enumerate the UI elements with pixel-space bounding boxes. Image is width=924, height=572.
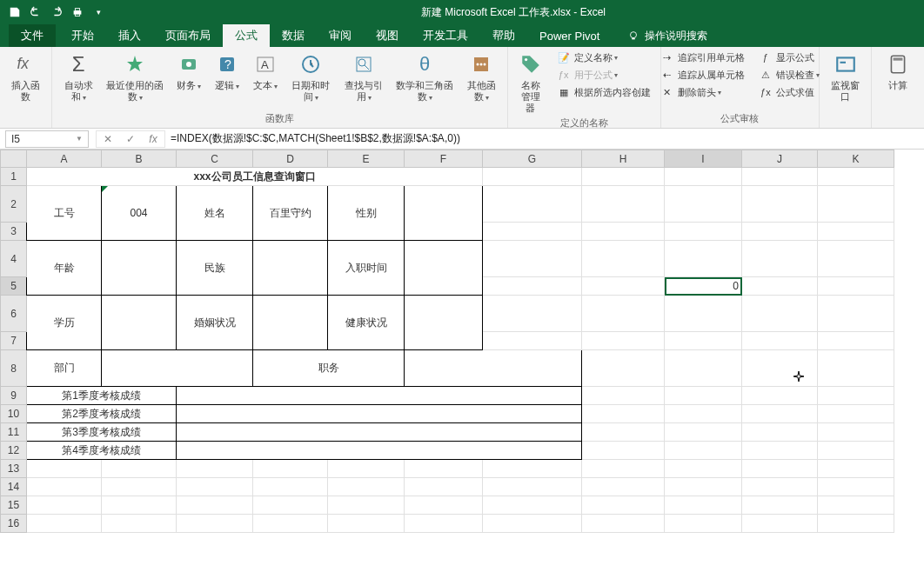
cell-F13[interactable]: [405, 460, 483, 478]
value-marital[interactable]: [253, 296, 328, 350]
row-header-9[interactable]: 9: [1, 387, 27, 405]
cell-K2[interactable]: [818, 186, 894, 223]
row-header-14[interactable]: 14: [1, 478, 27, 496]
row-header-3[interactable]: 3: [1, 223, 27, 241]
cell-H3[interactable]: [582, 223, 665, 241]
cell-D15[interactable]: [253, 496, 328, 515]
cell-K16[interactable]: [818, 515, 894, 533]
create-from-selection-button[interactable]: ▦根据所选内容创建: [553, 83, 654, 101]
cell-I8[interactable]: [665, 350, 742, 387]
cell-I13[interactable]: [665, 460, 742, 478]
cell-H10[interactable]: [582, 405, 665, 423]
col-header-J[interactable]: J: [742, 150, 818, 168]
cell-I12[interactable]: [665, 442, 742, 460]
cell-A15[interactable]: [27, 496, 102, 515]
cell-I14[interactable]: [665, 478, 742, 496]
cell-D16[interactable]: [253, 515, 328, 533]
cell-H7[interactable]: [582, 332, 665, 350]
cell-J7[interactable]: [742, 332, 818, 350]
cell-D14[interactable]: [253, 478, 328, 496]
cell-K7[interactable]: [818, 332, 894, 350]
cell-J16[interactable]: [742, 515, 818, 533]
cell-J6[interactable]: [742, 296, 818, 332]
cell-K6[interactable]: [818, 296, 894, 332]
cell-C15[interactable]: [177, 496, 253, 515]
value-dept[interactable]: [102, 350, 253, 387]
row-header-15[interactable]: 15: [1, 496, 27, 515]
cell-E13[interactable]: [328, 460, 405, 478]
insert-function-button[interactable]: fx 插入函数: [3, 49, 48, 104]
cell-I16[interactable]: [665, 515, 742, 533]
tell-me-search[interactable]: 操作说明搜索: [627, 29, 707, 43]
form-title[interactable]: xxx公司员工信息查询窗口: [27, 168, 483, 186]
watch-window-button[interactable]: 监视窗口: [823, 49, 867, 104]
col-header-G[interactable]: G: [483, 150, 582, 168]
cell-I7[interactable]: [665, 332, 742, 350]
cell-H2[interactable]: [582, 186, 665, 223]
cell-J9[interactable]: [742, 387, 818, 405]
cell-B13[interactable]: [102, 460, 177, 478]
select-all-corner[interactable]: [1, 150, 27, 168]
cell-I9[interactable]: [665, 387, 742, 405]
value-health[interactable]: [405, 296, 483, 350]
cell-K4[interactable]: [818, 241, 894, 277]
label-q4[interactable]: 第4季度考核成绩: [27, 442, 177, 460]
cell-J3[interactable]: [742, 223, 818, 241]
text-button[interactable]: A文本▾: [246, 49, 285, 94]
cell-G13[interactable]: [483, 460, 582, 478]
cell-B15[interactable]: [102, 496, 177, 515]
cell-H4[interactable]: [582, 241, 665, 277]
cell-A16[interactable]: [27, 515, 102, 533]
cell-H16[interactable]: [582, 515, 665, 533]
cell-K12[interactable]: [818, 442, 894, 460]
cell-I6[interactable]: [665, 296, 742, 332]
label-ethnic[interactable]: 民族: [177, 241, 253, 296]
tab-dev[interactable]: 开发工具: [411, 24, 480, 47]
cell-G3[interactable]: [483, 223, 582, 241]
cell-I4[interactable]: [665, 241, 742, 277]
label-health[interactable]: 健康状况: [328, 296, 405, 350]
row-header-6[interactable]: 6: [1, 296, 27, 332]
cell-C13[interactable]: [177, 460, 253, 478]
row-header-5[interactable]: 5: [1, 277, 27, 296]
label-dept[interactable]: 部门: [27, 350, 102, 387]
datetime-button[interactable]: 日期和时间▾: [285, 49, 338, 105]
cell-G2[interactable]: [483, 186, 582, 223]
cell-F14[interactable]: [405, 478, 483, 496]
enter-icon[interactable]: ✓: [119, 131, 142, 147]
col-header-E[interactable]: E: [328, 150, 405, 168]
cell-E14[interactable]: [328, 478, 405, 496]
label-q2[interactable]: 第2季度考核成绩: [27, 405, 177, 423]
cell-G4[interactable]: [483, 241, 582, 277]
cell-J5[interactable]: [742, 277, 818, 296]
cell-J12[interactable]: [742, 442, 818, 460]
cell-I11[interactable]: [665, 423, 742, 442]
cell-J2[interactable]: [742, 186, 818, 223]
row-header-8[interactable]: 8: [1, 350, 27, 387]
cell-K13[interactable]: [818, 460, 894, 478]
cell-F16[interactable]: [405, 515, 483, 533]
cell-H9[interactable]: [582, 387, 665, 405]
cell-J1[interactable]: [742, 168, 818, 186]
trace-dependents-button[interactable]: ⇠追踪从属单元格: [657, 66, 748, 83]
col-header-A[interactable]: A: [27, 150, 102, 168]
label-edu[interactable]: 学历: [27, 296, 102, 350]
cell-B16[interactable]: [102, 515, 177, 533]
worksheet[interactable]: ABCDEFGHIJK1xxx公司员工信息查询窗口2工号004姓名百里守约性别3…: [0, 150, 924, 572]
cell-J14[interactable]: [742, 478, 818, 496]
financial-button[interactable]: 财务▾: [170, 49, 208, 94]
cell-J4[interactable]: [742, 241, 818, 277]
row-header-1[interactable]: 1: [1, 168, 27, 186]
label-age[interactable]: 年龄: [27, 241, 102, 296]
cell-I2[interactable]: [665, 186, 742, 223]
cell-C16[interactable]: [177, 515, 253, 533]
fx-icon[interactable]: fx: [142, 131, 164, 147]
cell-K5[interactable]: [818, 277, 894, 296]
cell-J15[interactable]: [742, 496, 818, 515]
cell-K8[interactable]: [818, 350, 894, 387]
row-header-2[interactable]: 2: [1, 186, 27, 223]
cell-I5[interactable]: 0: [665, 277, 742, 296]
cell-H15[interactable]: [582, 496, 665, 515]
value-q2[interactable]: [177, 405, 582, 423]
cell-H14[interactable]: [582, 478, 665, 496]
